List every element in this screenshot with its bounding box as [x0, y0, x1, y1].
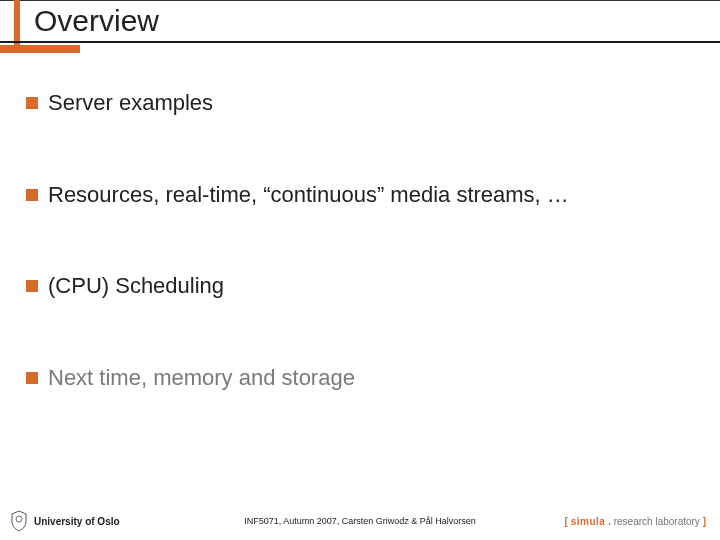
- course-info: INF5071, Autumn 2007, Carsten Griwodz & …: [244, 516, 476, 526]
- bracket-left: [: [565, 516, 568, 527]
- top-rule: [0, 0, 720, 1]
- slide: Overview Server examples Resources, real…: [0, 0, 720, 540]
- list-item: Server examples: [26, 89, 694, 117]
- bullet-icon: [26, 189, 38, 201]
- slide-title: Overview: [34, 4, 720, 41]
- university-crest-icon: [10, 510, 28, 532]
- title-area: Overview: [0, 0, 720, 53]
- bullet-icon: [26, 280, 38, 292]
- bullet-icon: [26, 372, 38, 384]
- list-item: Next time, memory and storage: [26, 364, 694, 392]
- bullet-list: Server examples Resources, real-time, “c…: [0, 53, 720, 391]
- university-name: University of Oslo: [34, 516, 120, 527]
- lab-credit: [ simula . research laboratory ]: [565, 516, 706, 527]
- bullet-text: Server examples: [48, 89, 213, 117]
- title-accent-bar: [14, 0, 20, 52]
- bullet-text: (CPU) Scheduling: [48, 272, 224, 300]
- bullet-text: Resources, real-time, “continuous” media…: [48, 181, 569, 209]
- bracket-right: ]: [703, 516, 706, 527]
- title-underline: [0, 41, 720, 43]
- lab-dot: .: [608, 516, 611, 527]
- lab-name: simula: [571, 516, 606, 527]
- list-item: (CPU) Scheduling: [26, 272, 694, 300]
- footer: University of Oslo INF5071, Autumn 2007,…: [0, 510, 720, 532]
- bullet-text: Next time, memory and storage: [48, 364, 355, 392]
- lab-rest: research laboratory: [614, 516, 700, 527]
- list-item: Resources, real-time, “continuous” media…: [26, 181, 694, 209]
- bullet-icon: [26, 97, 38, 109]
- svg-point-0: [16, 516, 22, 522]
- title-underline-accent: [0, 45, 80, 53]
